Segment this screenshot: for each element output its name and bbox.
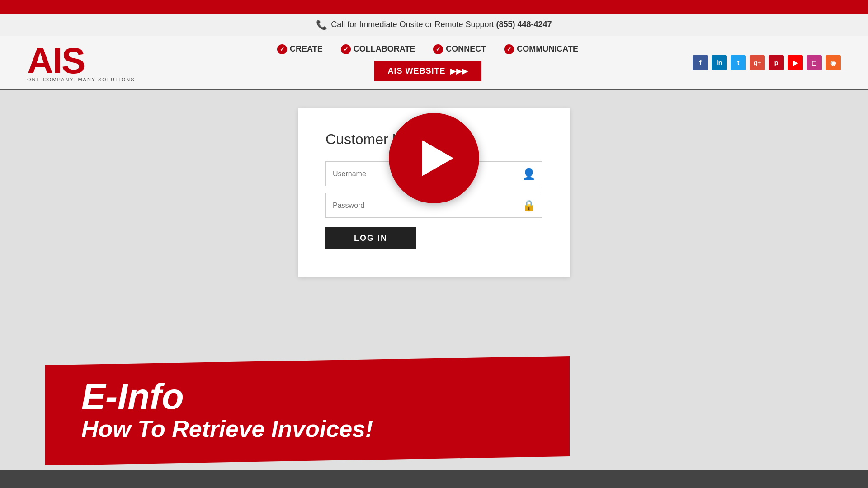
website-button-label: AIS WEBSITE bbox=[387, 66, 445, 76]
red-banner: E-Info How To Retrieve Invoices! bbox=[45, 356, 570, 465]
check-icon-connect: ✓ bbox=[433, 44, 443, 54]
arrows-icon: ▶▶▶ bbox=[450, 67, 468, 75]
play-triangle-icon bbox=[422, 140, 453, 176]
google-icon[interactable]: g+ bbox=[750, 55, 765, 70]
rss-icon[interactable]: ◉ bbox=[826, 55, 841, 70]
nav-collaborate-label: COLLABORATE bbox=[354, 44, 415, 54]
logo: AIS ONE COMPANY. MANY SOLUTIONS bbox=[27, 43, 163, 82]
nav-create-label: CREATE bbox=[290, 44, 323, 54]
user-icon: 👤 bbox=[522, 168, 536, 180]
pinterest-icon[interactable]: p bbox=[769, 55, 784, 70]
instagram-icon[interactable]: ◻ bbox=[807, 55, 822, 70]
bottom-bar bbox=[0, 470, 868, 488]
nav-connect-label: CONNECT bbox=[446, 44, 486, 54]
red-banner-inner: E-Info How To Retrieve Invoices! bbox=[81, 379, 533, 443]
nav-collaborate[interactable]: ✓ COLLABORATE bbox=[341, 44, 415, 54]
play-button[interactable] bbox=[389, 113, 479, 203]
nav-links: ✓ CREATE ✓ COLLABORATE ✓ CONNECT ✓ COMMU… bbox=[277, 44, 578, 54]
nav-communicate-label: COMMUNICATE bbox=[517, 44, 578, 54]
linkedin-icon[interactable]: in bbox=[712, 55, 727, 70]
login-button[interactable]: LOG IN bbox=[326, 227, 416, 249]
banner-subtitle: How To Retrieve Invoices! bbox=[81, 415, 533, 443]
header: AIS ONE COMPANY. MANY SOLUTIONS ✓ CREATE… bbox=[0, 36, 868, 90]
nav-area: ✓ CREATE ✓ COLLABORATE ✓ CONNECT ✓ COMMU… bbox=[163, 44, 693, 81]
youtube-icon[interactable]: ▶ bbox=[788, 55, 803, 70]
facebook-icon[interactable]: f bbox=[693, 55, 708, 70]
logo-name: AIS bbox=[27, 43, 85, 79]
logo-tagline: ONE COMPANY. MANY SOLUTIONS bbox=[27, 77, 135, 82]
support-phone: (855) 448-4247 bbox=[496, 20, 552, 29]
check-icon-collaborate: ✓ bbox=[341, 44, 351, 54]
twitter-icon[interactable]: t bbox=[731, 55, 746, 70]
nav-communicate[interactable]: ✓ COMMUNICATE bbox=[504, 44, 578, 54]
lock-icon: 🔒 bbox=[522, 199, 536, 212]
logo-area: AIS ONE COMPANY. MANY SOLUTIONS bbox=[27, 43, 163, 82]
social-icons: f in t g+ p ▶ ◻ ◉ bbox=[693, 55, 841, 70]
nav-connect[interactable]: ✓ CONNECT bbox=[433, 44, 486, 54]
website-button[interactable]: AIS WEBSITE ▶▶▶ bbox=[374, 61, 481, 81]
nav-create[interactable]: ✓ CREATE bbox=[277, 44, 323, 54]
phone-icon: 📞 bbox=[316, 19, 327, 30]
check-icon-create: ✓ bbox=[277, 44, 287, 54]
support-bar: 📞 Call for Immediate Onsite or Remote Su… bbox=[0, 14, 868, 36]
check-icon-communicate: ✓ bbox=[504, 44, 514, 54]
banner-title: E-Info bbox=[81, 379, 533, 415]
top-red-bar bbox=[0, 0, 868, 14]
support-text: Call for Immediate Onsite or Remote Supp… bbox=[331, 20, 494, 29]
main-content: Customer Login 👤 🔒 LOG IN E-Info How To … bbox=[0, 90, 868, 488]
